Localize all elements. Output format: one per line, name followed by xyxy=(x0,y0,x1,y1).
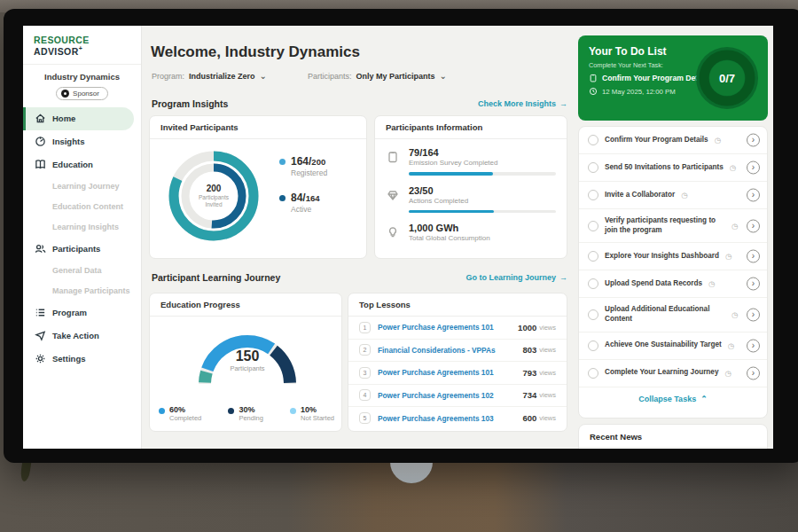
recent-news-card: Recent News xyxy=(578,424,768,449)
lesson-rank-badge: 5 xyxy=(359,412,371,424)
chevron-right-icon[interactable]: › xyxy=(747,134,760,147)
chevron-right-icon[interactable]: › xyxy=(747,308,760,321)
progress-fill xyxy=(409,210,494,214)
task-checkbox[interactable] xyxy=(588,309,598,320)
chevron-right-icon[interactable]: › xyxy=(747,339,760,352)
home-icon xyxy=(35,113,46,124)
lesson-link[interactable]: Power Purchase Agreements 102 xyxy=(378,391,522,400)
registered-dot-icon xyxy=(279,159,286,165)
arrow-right-icon: → xyxy=(559,99,567,108)
task-row[interactable]: Send 50 Invitations to Participants ◷ › xyxy=(579,154,767,182)
collapse-tasks-link[interactable]: Collapse Tasks ⌃ xyxy=(579,387,767,411)
chevron-right-icon[interactable]: › xyxy=(747,219,760,232)
task-checkbox[interactable] xyxy=(588,162,598,173)
lesson-row[interactable]: 4 Power Purchase Agreements 102 734 view… xyxy=(348,385,567,408)
task-label: Upload Additional Educational Content xyxy=(605,305,725,324)
legend-completed: 60% Completed xyxy=(159,405,201,422)
completed-dot-icon xyxy=(159,408,165,414)
active-label: Active xyxy=(291,205,320,214)
lesson-row[interactable]: 2 Financial Considerations - VPPAs 803 v… xyxy=(348,340,567,363)
go-to-learning-journey-link[interactable]: Go to Learning Journey → xyxy=(466,273,567,282)
clock-icon: ◷ xyxy=(728,341,734,350)
task-row[interactable]: Upload Additional Educational Content ◷ … xyxy=(579,298,767,332)
lesson-row[interactable]: 5 Power Purchase Agreements 103 600 view… xyxy=(348,407,567,430)
card-title: Participants Information xyxy=(375,116,567,139)
sidebar-item-label: Program xyxy=(52,308,87,317)
invited-donut-chart: 200 Participants Invited xyxy=(164,146,263,246)
sidebar-item-manage-participants[interactable]: Manage Participants xyxy=(23,281,141,301)
sidebar-item-general-data[interactable]: General Data xyxy=(23,261,141,281)
sidebar-item-label: Settings xyxy=(52,354,85,364)
lesson-views: 1000 xyxy=(518,323,536,332)
task-row[interactable]: Complete Your Learning Journey ◷ › xyxy=(579,360,767,387)
task-checkbox[interactable] xyxy=(588,340,598,351)
task-checkbox[interactable] xyxy=(588,278,598,289)
task-checkbox[interactable] xyxy=(588,190,598,200)
registered-total: 200 xyxy=(311,157,325,167)
pending-dot-icon xyxy=(228,408,234,414)
chevron-right-icon[interactable]: › xyxy=(747,278,760,291)
lesson-link[interactable]: Power Purchase Agreements 103 xyxy=(378,414,522,423)
task-checkbox[interactable] xyxy=(588,135,598,145)
sidebar-item-education[interactable]: Education xyxy=(23,153,141,176)
lesson-row[interactable]: 3 Power Purchase Agreements 101 793 view… xyxy=(348,362,567,385)
lesson-link[interactable]: Power Purchase Agreements 101 xyxy=(378,368,522,377)
participants-filter-dropdown[interactable]: Participants: Only My Participants ⌄ xyxy=(308,72,447,81)
sidebar-item-program[interactable]: Program xyxy=(23,301,141,325)
sidebar-item-take-action[interactable]: Take Action xyxy=(23,325,141,348)
legend-label: Pending xyxy=(239,414,263,422)
chevron-right-icon[interactable]: › xyxy=(747,161,760,175)
filters-row: Program: Industrialize Zero ⌄ Participan… xyxy=(152,72,447,81)
lesson-row[interactable]: 1 Power Purchase Agreements 101 1000 vie… xyxy=(348,317,567,340)
progress-track xyxy=(409,172,556,176)
org-name: Industry Dynamics xyxy=(23,72,141,82)
chevron-right-icon[interactable]: › xyxy=(747,189,760,202)
link-label: Check More Insights xyxy=(478,99,556,108)
chevron-down-icon: ⌄ xyxy=(260,74,267,79)
legend-registered: 164/200 Registered xyxy=(279,155,327,177)
sponsor-badge[interactable]: Sponsor xyxy=(56,87,108,100)
lesson-views-label: views xyxy=(539,414,556,422)
legend-value: 30% xyxy=(239,405,263,414)
lesson-link[interactable]: Power Purchase Agreements 101 xyxy=(378,323,518,332)
task-row[interactable]: Confirm Your Program Details ◷ › xyxy=(579,127,767,154)
sidebar-item-settings[interactable]: Settings xyxy=(23,348,141,371)
brand-logo[interactable]: RESOURCE ADVISOR+ xyxy=(23,26,141,65)
stat-value: 1,000 GWh xyxy=(409,223,554,233)
chevron-right-icon[interactable]: › xyxy=(747,366,760,379)
sidebar-item-participants[interactable]: Participants xyxy=(23,238,141,261)
sidebar-item-label: Take Action xyxy=(52,331,99,340)
lesson-views: 803 xyxy=(522,345,536,355)
sidebar-item-label: Learning Journey xyxy=(52,182,120,191)
brand-logo-part1: RESOURCE xyxy=(34,35,90,45)
sidebar-nav: Home Insights Education Learning Journey… xyxy=(23,107,141,371)
task-row[interactable]: Explore Your Insights Dashboard ◷ › xyxy=(579,243,767,270)
sidebar-item-learning-insights[interactable]: Learning Insights xyxy=(23,217,141,238)
lesson-link[interactable]: Financial Considerations - VPPAs xyxy=(378,346,522,355)
task-row[interactable]: Verify participants requesting to join t… xyxy=(579,209,767,243)
lesson-views: 793 xyxy=(522,368,536,378)
progress-fill xyxy=(409,172,493,176)
legend-value: 60% xyxy=(169,405,201,414)
sidebar-item-learning-journey[interactable]: Learning Journey xyxy=(23,176,141,197)
sidebar-item-home[interactable]: Home xyxy=(23,107,134,130)
task-checkbox[interactable] xyxy=(588,251,598,262)
lesson-rank-badge: 4 xyxy=(359,389,371,401)
sidebar-item-label: Insights xyxy=(52,137,84,146)
check-more-insights-link[interactable]: Check More Insights → xyxy=(478,99,567,108)
task-checkbox[interactable] xyxy=(588,368,598,379)
gauge-center-label: 150 Participants xyxy=(189,348,306,372)
task-checkbox[interactable] xyxy=(588,221,598,231)
task-row[interactable]: Achieve One Sustainability Target ◷ › xyxy=(579,332,767,360)
task-row[interactable]: Invite a Collaborator ◷ › xyxy=(579,182,767,209)
chevron-right-icon[interactable]: › xyxy=(747,250,760,263)
task-row[interactable]: Upload Spend Data Records ◷ › xyxy=(579,270,767,298)
insights-icon xyxy=(35,136,46,147)
legend-pending: 30% Pending xyxy=(228,405,263,422)
sidebar-item-insights[interactable]: Insights xyxy=(23,130,141,153)
people-icon xyxy=(35,243,46,254)
lesson-views: 600 xyxy=(522,413,536,423)
program-filter-dropdown[interactable]: Program: Industrialize Zero ⌄ xyxy=(152,72,267,81)
clock-icon: ◷ xyxy=(715,136,721,145)
sidebar-item-education-content[interactable]: Education Content xyxy=(23,197,141,217)
